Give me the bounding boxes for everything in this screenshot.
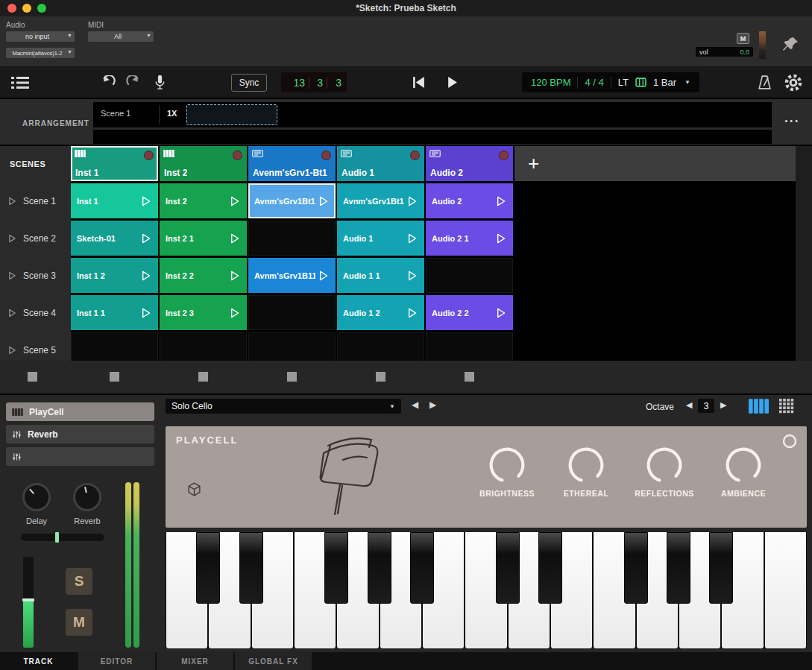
play-button[interactable] — [442, 67, 462, 98]
empty-clip-slot-5-3[interactable] — [248, 332, 336, 361]
scene-play-icon[interactable] — [7, 196, 17, 206]
empty-clip-slot-5-5[interactable] — [426, 332, 513, 361]
metronome-button[interactable] — [755, 67, 774, 98]
black-key[interactable] — [196, 532, 220, 604]
pads-view-toggle[interactable] — [779, 399, 794, 414]
tab-mixer[interactable]: MIXER — [157, 652, 235, 670]
microphone-button[interactable] — [151, 67, 168, 98]
latch-toggle[interactable]: LT — [618, 77, 629, 88]
clip-1-3[interactable]: Avnm'sGrv1Bt1 — [248, 183, 336, 218]
undo-button[interactable] — [98, 67, 117, 98]
audio-input-select[interactable]: no input ▼ — [6, 31, 75, 42]
pan-slider[interactable] — [21, 534, 104, 541]
clip-3-3[interactable]: Avnm'sGrv1B11 — [248, 258, 336, 293]
device-power-button[interactable] — [781, 433, 798, 449]
clip-play-button[interactable] — [228, 306, 241, 319]
macro-knob[interactable] — [645, 446, 684, 484]
macro-knob[interactable] — [488, 446, 526, 484]
clip-4-5[interactable]: Audio 2 2 — [426, 295, 513, 330]
clip-4-2[interactable]: Inst 2 3 — [160, 295, 247, 330]
track-header-audio-2[interactable]: Audio 2 — [426, 146, 513, 181]
black-key[interactable] — [709, 532, 733, 604]
black-key[interactable] — [239, 532, 263, 604]
scene-play-icon[interactable] — [7, 271, 17, 281]
black-key[interactable] — [667, 532, 690, 604]
queue-menu-button[interactable] — [9, 67, 31, 98]
record-arm-button[interactable] — [144, 151, 154, 160]
white-key-15[interactable] — [765, 532, 806, 648]
clip-2-1[interactable]: Sketch-01 — [71, 221, 158, 256]
empty-clip-slot-5-1[interactable] — [71, 332, 158, 361]
record-arm-button[interactable] — [499, 151, 509, 160]
settings-gear-button[interactable] — [782, 67, 805, 98]
clip-1-2[interactable]: Inst 2 — [160, 183, 247, 218]
quantize-value[interactable]: 1 Bar — [653, 77, 676, 88]
master-volume-slider[interactable]: vol 0.0 — [696, 47, 753, 57]
master-mute-button[interactable]: M — [737, 33, 749, 44]
keyboard-view-toggle[interactable] — [749, 398, 769, 414]
repeat-count-badge[interactable]: 1X — [167, 109, 177, 118]
mute-button[interactable]: M — [66, 609, 92, 636]
arrangement-scene-chip[interactable]: Scene 1 — [101, 109, 130, 118]
device-chip-playcell[interactable]: PlayCell — [6, 402, 154, 421]
macro-knob[interactable] — [724, 446, 763, 484]
next-preset-button[interactable]: ▶ — [429, 400, 436, 409]
clip-1-5[interactable]: Audio 2 — [426, 183, 513, 218]
clip-play-button[interactable] — [406, 232, 418, 244]
empty-clip-slot-5-4[interactable] — [337, 332, 424, 361]
skip-to-start-button[interactable] — [409, 67, 428, 98]
clip-play-button[interactable] — [139, 306, 152, 319]
knob[interactable] — [22, 483, 51, 511]
track-header-audio-1[interactable]: Audio 1 — [337, 146, 424, 181]
clip-stop-button[interactable] — [376, 372, 385, 382]
scene-play-icon[interactable] — [7, 308, 17, 318]
scene-play-icon[interactable] — [7, 233, 17, 244]
black-key[interactable] — [410, 532, 434, 604]
sync-button[interactable]: Sync — [232, 67, 266, 98]
pan-slider-handle[interactable] — [55, 532, 59, 543]
clip-play-button[interactable] — [139, 195, 152, 207]
black-key[interactable] — [624, 532, 648, 604]
track-header-inst-2[interactable]: Inst 2 — [160, 146, 247, 181]
clip-play-button[interactable] — [406, 269, 418, 282]
time-signature[interactable]: 4 / 4 — [585, 77, 603, 88]
record-arm-button[interactable] — [410, 151, 420, 160]
clip-play-button[interactable] — [494, 306, 507, 319]
midi-input-select[interactable]: All ▼ — [88, 31, 154, 42]
octave-down-button[interactable]: ◀ — [686, 401, 692, 409]
clip-play-button[interactable] — [494, 195, 507, 207]
tab-global-fx[interactable]: GLOBAL FX — [235, 652, 313, 670]
clip-play-button[interactable] — [228, 269, 241, 282]
previous-preset-button[interactable]: ◀ — [412, 400, 418, 409]
clip-1-1[interactable]: Inst 1 — [71, 183, 158, 218]
scene-row-scene-3[interactable]: Scene 3 — [0, 258, 71, 293]
clip-play-button[interactable] — [406, 306, 418, 319]
track-header-inst-1[interactable]: Inst 1 — [71, 146, 158, 181]
record-arm-button[interactable] — [321, 151, 331, 160]
clip-2-2[interactable]: Inst 2 1 — [160, 221, 247, 256]
clip-2-4[interactable]: Audio 1 — [337, 221, 424, 256]
record-arm-button[interactable] — [233, 151, 242, 160]
fader-handle[interactable] — [22, 598, 34, 601]
clip-3-1[interactable]: Inst 1 2 — [71, 258, 158, 293]
scene-row-scene-4[interactable]: Scene 4 — [0, 295, 71, 330]
knob[interactable] — [73, 483, 101, 511]
redo-button[interactable] — [124, 67, 143, 98]
clip-play-button[interactable] — [139, 232, 152, 244]
empty-clip-slot-3-5[interactable] — [426, 258, 513, 293]
clip-1-4[interactable]: Avnm'sGrv1Bt1 — [337, 183, 424, 218]
empty-clip-slot-5-2[interactable] — [160, 332, 247, 361]
scene-play-icon[interactable] — [7, 345, 17, 355]
add-track-button[interactable]: + — [514, 146, 796, 181]
pin-icon[interactable] — [781, 36, 801, 55]
empty-clip-slot-2-3[interactable] — [248, 221, 336, 256]
clip-4-1[interactable]: Inst 1 1 — [71, 295, 158, 330]
clip-2-5[interactable]: Audio 2 1 — [426, 221, 513, 256]
black-key[interactable] — [368, 532, 391, 604]
black-key[interactable] — [324, 532, 348, 604]
arrangement-lane[interactable]: Scene 1 1X — [93, 102, 772, 127]
clip-play-button[interactable] — [406, 195, 418, 207]
chevron-down-icon[interactable]: ▼ — [684, 79, 690, 86]
track-volume-fader[interactable] — [23, 557, 34, 648]
device-chip-empty[interactable] — [6, 447, 154, 466]
